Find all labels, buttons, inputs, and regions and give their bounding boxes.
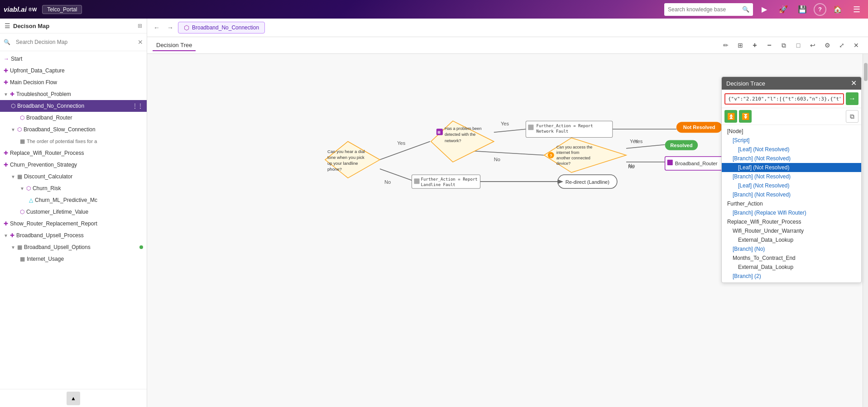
upsell-collapse-icon: ▼	[4, 233, 8, 238]
sidebar-item-main-flow[interactable]: ✚ Main Decision Flow	[0, 77, 147, 88]
trace-item-branch-no[interactable]: [Branch] (No)	[722, 244, 861, 254]
trace-up-button[interactable]: ⏫	[724, 110, 737, 123]
flow-canvas[interactable]: Yes No Yes No Yes	[147, 54, 868, 407]
sidebar-item-upsell-options[interactable]: ▼ ▦ Broadband_Upsell_Options	[0, 241, 147, 253]
sidebar-item-label: Main Decision Flow	[10, 79, 143, 86]
back-button[interactable]: ←	[151, 22, 163, 34]
trace-item-branch-2[interactable]: [Branch] (2)	[722, 272, 861, 281]
internet-access-diamond	[544, 138, 626, 172]
settings-button[interactable]: ⚙	[821, 39, 834, 52]
slow-conn-icon: ⬡	[17, 126, 22, 133]
trace-item-external-lookup-2[interactable]: External_Data_Lookup	[722, 263, 861, 272]
sidebar-clear-icon[interactable]: ✕	[138, 38, 143, 46]
decision-trace-go-button[interactable]: →	[846, 92, 858, 105]
help-icon[interactable]: ?	[814, 3, 826, 16]
sidebar-search-area[interactable]: 🔍 ✕	[0, 34, 147, 51]
trace-item-branch-replace-wifi[interactable]: [Branch] (Replace Wifi Router)	[722, 208, 861, 217]
rocket-icon[interactable]: 🚀	[776, 2, 791, 17]
trace-item-external-lookup-1[interactable]: External_Data_Lookup	[722, 235, 861, 244]
sidebar-item-order-fixes[interactable]: ▦ The order of potential fixes for a	[0, 135, 147, 147]
decision-tree-tab[interactable]: Decision Tree	[153, 40, 196, 51]
show-router-icon: ✚	[4, 220, 8, 227]
undo-button[interactable]: ↩	[806, 39, 819, 52]
trace-item-leaf-not-resolved-2[interactable]: [Leaf] (Not Resolved)	[722, 181, 861, 190]
trace-item-replace-wifi-process[interactable]: Replace_Wifi_Router_Process	[722, 217, 861, 226]
knowledge-base-search[interactable]: 🔍	[664, 3, 753, 16]
trace-item-further-action[interactable]: Further_Action	[722, 199, 861, 208]
sidebar-item-discount[interactable]: ▼ ▦ Discount_Calculator	[0, 171, 147, 182]
trace-item-leaf-not-resolved-selected[interactable]: [Leaf] (Not Resolved)	[722, 163, 861, 172]
sidebar-item-internet-usage[interactable]: ▦ Internet_Usage	[0, 253, 147, 265]
churn-risk-icon: ⬡	[26, 185, 31, 192]
sidebar-item-churn-risk[interactable]: ▼ ⬡ Churn_Risk	[0, 182, 147, 194]
start-arrow-icon: →	[4, 56, 9, 62]
sidebar-item-start[interactable]: → Start	[0, 53, 147, 65]
project-tag[interactable]: Telco_Portal	[42, 5, 82, 14]
expand-tool-button[interactable]: ⤢	[835, 39, 848, 52]
svg-rect-43	[667, 160, 673, 165]
save-button[interactable]: 💾	[795, 2, 810, 17]
svg-text:No: No	[628, 163, 635, 168]
svg-text:Resolved: Resolved	[670, 143, 692, 148]
discount-collapse-icon: ▼	[11, 174, 15, 179]
close-canvas-button[interactable]: ✕	[850, 39, 863, 52]
decision-trace-title: Decision Trace	[726, 80, 765, 87]
sidebar-item-troubleshoot[interactable]: ▼ ✚ Troubleshoot_Problem	[0, 88, 147, 100]
sidebar-item-upfront[interactable]: ✚ Upfront_Data_Capture	[0, 65, 147, 77]
copy-tool-button[interactable]: ⧉	[777, 39, 790, 52]
search-input[interactable]	[668, 6, 740, 13]
trace-item-leaf-not-resolved-1[interactable]: [Leaf] (Not Resolved)	[722, 145, 861, 154]
sidebar-item-label: Churn_ML_Predictive_Mc	[35, 197, 143, 203]
upfront-icon: ✚	[4, 67, 8, 74]
sidebar-search-input[interactable]	[12, 36, 136, 48]
grid-tool-button[interactable]: ⊞	[734, 39, 747, 52]
home-icon[interactable]: 🏠	[830, 2, 845, 17]
sidebar-footer-arrow[interactable]: ▲	[67, 392, 80, 405]
sidebar-tree: → Start ✚ Upfront_Data_Capture ✚ Main De…	[0, 51, 147, 389]
sidebar-item-label: Internet_Usage	[27, 256, 143, 262]
tab-broadband-no-connection[interactable]: ⬡ Broadband_No_Connection	[178, 22, 265, 34]
play-button[interactable]: ▶	[757, 2, 772, 17]
fit-tool-button[interactable]: □	[792, 39, 805, 52]
forward-button[interactable]: →	[164, 22, 176, 34]
svg-text:Can you hear a dial: Can you hear a dial	[327, 149, 365, 154]
sidebar-item-broadband-no-conn[interactable]: ⬡ Broadband_No_Connection ⋮⋮	[0, 100, 147, 112]
churn-icon: ✚	[4, 162, 8, 168]
upsell-dot	[139, 245, 143, 249]
trace-item-branch-not-resolved-3[interactable]: [Branch] (Not Resolved)	[722, 190, 861, 199]
svg-text:phone?: phone?	[327, 167, 342, 172]
sidebar-item-broadband-slow[interactable]: ▼ ⬡ Broadband_Slow_Connection	[0, 124, 147, 135]
canvas-scrollbar[interactable]	[863, 54, 868, 407]
sidebar-item-churn-ml[interactable]: △ Churn_ML_Predictive_Mc	[0, 194, 147, 206]
svg-text:network?: network?	[445, 139, 461, 143]
svg-text:Has a problem been: Has a problem been	[445, 126, 481, 131]
sidebar-item-show-router[interactable]: ✚ Show_Router_Replacement_Report	[0, 218, 147, 230]
trace-copy-button[interactable]: ⧉	[846, 110, 858, 123]
svg-text:up your landline: up your landline	[327, 161, 358, 166]
trace-item-node[interactable]: [Node]	[722, 127, 861, 136]
trace-item-months-contract[interactable]: Months_To_Contract_End	[722, 254, 861, 263]
menu-icon[interactable]: ☰	[849, 2, 864, 17]
zoom-out-button[interactable]: −	[763, 39, 776, 52]
trace-item-branch-not-resolved-2[interactable]: [Branch] (Not Resolved)	[722, 172, 861, 181]
edit-tool-button[interactable]: ✏	[719, 39, 732, 52]
trace-item-wifi-under-warranty[interactable]: Wifi_Router_Under_Warranty	[722, 226, 861, 235]
svg-text:Further_Action = Report: Further_Action = Report	[421, 177, 478, 182]
sidebar-expand-icon[interactable]: ⊞	[138, 23, 142, 29]
decision-trace-list[interactable]: [Node] [Script] [Leaf] (Not Resolved) [B…	[722, 125, 861, 283]
decision-trace-input[interactable]	[724, 93, 844, 105]
trace-down-button[interactable]: ⏬	[739, 110, 752, 123]
trace-item-script[interactable]: [Script]	[722, 136, 861, 145]
item-menu-icon[interactable]: ⋮⋮	[132, 103, 143, 109]
search-icon: 🔍	[742, 6, 749, 13]
sidebar-item-broadband-upsell[interactable]: ▼ ✚ Broadband_Upsell_Process	[0, 230, 147, 241]
sidebar-item-customer-lifetime[interactable]: ⬡ Customer_Lifetime_Value	[0, 206, 147, 218]
zoom-in-button[interactable]: +	[748, 39, 761, 52]
svg-rect-28	[528, 124, 533, 130]
sidebar-item-replace-wifi[interactable]: ✚ Replace_Wifi_Router_Process	[0, 147, 147, 159]
sidebar-item-churn[interactable]: ✚ Churn_Prevention_Strategy	[0, 159, 147, 171]
sidebar-item-broadband-router[interactable]: ⬡ Broadband_Router	[0, 112, 147, 124]
trace-item-branch-not-resolved-1[interactable]: [Branch] (Not Resolved)	[722, 154, 861, 163]
broadband-no-conn-icon: ⬡	[11, 103, 15, 109]
decision-trace-close-button[interactable]: ✕	[851, 80, 857, 87]
